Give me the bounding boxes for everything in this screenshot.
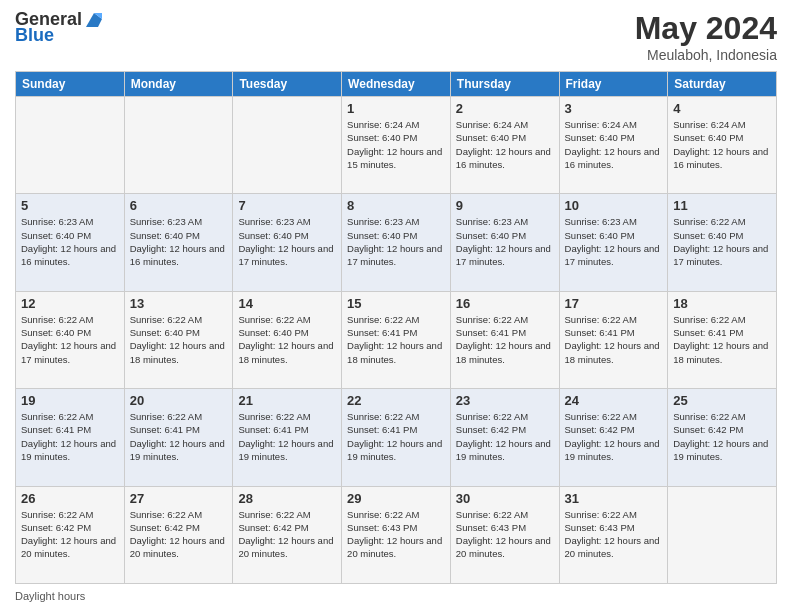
day-info: Sunrise: 6:22 AM Sunset: 6:42 PM Dayligh… [565,410,663,463]
calendar-cell: 12Sunrise: 6:22 AM Sunset: 6:40 PM Dayli… [16,291,125,388]
day-number: 28 [238,491,336,506]
day-number: 12 [21,296,119,311]
calendar-cell: 23Sunrise: 6:22 AM Sunset: 6:42 PM Dayli… [450,389,559,486]
calendar-day-header: Sunday [16,72,125,97]
calendar-week-row: 19Sunrise: 6:22 AM Sunset: 6:41 PM Dayli… [16,389,777,486]
calendar-cell: 29Sunrise: 6:22 AM Sunset: 6:43 PM Dayli… [342,486,451,583]
day-number: 23 [456,393,554,408]
calendar-cell: 27Sunrise: 6:22 AM Sunset: 6:42 PM Dayli… [124,486,233,583]
day-number: 31 [565,491,663,506]
calendar-cell [16,97,125,194]
calendar-cell: 5Sunrise: 6:23 AM Sunset: 6:40 PM Daylig… [16,194,125,291]
calendar-cell: 15Sunrise: 6:22 AM Sunset: 6:41 PM Dayli… [342,291,451,388]
day-info: Sunrise: 6:22 AM Sunset: 6:41 PM Dayligh… [347,313,445,366]
day-number: 18 [673,296,771,311]
calendar-table: SundayMondayTuesdayWednesdayThursdayFrid… [15,71,777,584]
page: General Blue May 2024 Meulaboh, Indonesi… [0,0,792,612]
daylight-label: Daylight hours [15,590,85,602]
calendar-cell [124,97,233,194]
calendar-cell: 4Sunrise: 6:24 AM Sunset: 6:40 PM Daylig… [668,97,777,194]
title-area: May 2024 Meulaboh, Indonesia [635,10,777,63]
header: General Blue May 2024 Meulaboh, Indonesi… [15,10,777,63]
day-number: 13 [130,296,228,311]
logo-icon [84,9,104,29]
calendar-cell: 6Sunrise: 6:23 AM Sunset: 6:40 PM Daylig… [124,194,233,291]
day-info: Sunrise: 6:22 AM Sunset: 6:40 PM Dayligh… [130,313,228,366]
calendar-cell: 22Sunrise: 6:22 AM Sunset: 6:41 PM Dayli… [342,389,451,486]
day-info: Sunrise: 6:22 AM Sunset: 6:41 PM Dayligh… [565,313,663,366]
day-number: 29 [347,491,445,506]
day-number: 20 [130,393,228,408]
calendar-cell: 24Sunrise: 6:22 AM Sunset: 6:42 PM Dayli… [559,389,668,486]
day-info: Sunrise: 6:22 AM Sunset: 6:41 PM Dayligh… [21,410,119,463]
day-number: 27 [130,491,228,506]
calendar-cell: 8Sunrise: 6:23 AM Sunset: 6:40 PM Daylig… [342,194,451,291]
calendar-day-header: Thursday [450,72,559,97]
day-info: Sunrise: 6:22 AM Sunset: 6:42 PM Dayligh… [456,410,554,463]
calendar-day-header: Saturday [668,72,777,97]
day-info: Sunrise: 6:22 AM Sunset: 6:41 PM Dayligh… [456,313,554,366]
day-info: Sunrise: 6:24 AM Sunset: 6:40 PM Dayligh… [673,118,771,171]
calendar-cell: 9Sunrise: 6:23 AM Sunset: 6:40 PM Daylig… [450,194,559,291]
day-info: Sunrise: 6:22 AM Sunset: 6:41 PM Dayligh… [238,410,336,463]
day-number: 16 [456,296,554,311]
calendar-header-row: SundayMondayTuesdayWednesdayThursdayFrid… [16,72,777,97]
calendar-cell: 1Sunrise: 6:24 AM Sunset: 6:40 PM Daylig… [342,97,451,194]
day-info: Sunrise: 6:22 AM Sunset: 6:40 PM Dayligh… [673,215,771,268]
day-number: 24 [565,393,663,408]
day-info: Sunrise: 6:23 AM Sunset: 6:40 PM Dayligh… [347,215,445,268]
day-number: 6 [130,198,228,213]
day-info: Sunrise: 6:23 AM Sunset: 6:40 PM Dayligh… [130,215,228,268]
day-number: 7 [238,198,336,213]
day-info: Sunrise: 6:22 AM Sunset: 6:43 PM Dayligh… [565,508,663,561]
day-number: 3 [565,101,663,116]
calendar-cell: 14Sunrise: 6:22 AM Sunset: 6:40 PM Dayli… [233,291,342,388]
day-info: Sunrise: 6:23 AM Sunset: 6:40 PM Dayligh… [565,215,663,268]
day-number: 19 [21,393,119,408]
day-number: 11 [673,198,771,213]
main-title: May 2024 [635,10,777,47]
day-number: 4 [673,101,771,116]
day-info: Sunrise: 6:23 AM Sunset: 6:40 PM Dayligh… [238,215,336,268]
calendar-cell: 30Sunrise: 6:22 AM Sunset: 6:43 PM Dayli… [450,486,559,583]
day-info: Sunrise: 6:22 AM Sunset: 6:42 PM Dayligh… [21,508,119,561]
day-info: Sunrise: 6:22 AM Sunset: 6:40 PM Dayligh… [21,313,119,366]
calendar-cell: 10Sunrise: 6:23 AM Sunset: 6:40 PM Dayli… [559,194,668,291]
day-number: 22 [347,393,445,408]
calendar-week-row: 5Sunrise: 6:23 AM Sunset: 6:40 PM Daylig… [16,194,777,291]
day-info: Sunrise: 6:22 AM Sunset: 6:40 PM Dayligh… [238,313,336,366]
day-number: 8 [347,198,445,213]
day-number: 9 [456,198,554,213]
calendar-cell: 7Sunrise: 6:23 AM Sunset: 6:40 PM Daylig… [233,194,342,291]
calendar-cell: 18Sunrise: 6:22 AM Sunset: 6:41 PM Dayli… [668,291,777,388]
calendar-day-header: Monday [124,72,233,97]
day-number: 10 [565,198,663,213]
subtitle: Meulaboh, Indonesia [635,47,777,63]
day-info: Sunrise: 6:22 AM Sunset: 6:42 PM Dayligh… [673,410,771,463]
day-number: 5 [21,198,119,213]
calendar-cell: 31Sunrise: 6:22 AM Sunset: 6:43 PM Dayli… [559,486,668,583]
footer-note: Daylight hours [15,590,777,602]
day-number: 21 [238,393,336,408]
day-info: Sunrise: 6:22 AM Sunset: 6:41 PM Dayligh… [673,313,771,366]
day-number: 2 [456,101,554,116]
calendar-cell: 11Sunrise: 6:22 AM Sunset: 6:40 PM Dayli… [668,194,777,291]
calendar-cell: 25Sunrise: 6:22 AM Sunset: 6:42 PM Dayli… [668,389,777,486]
calendar-cell [233,97,342,194]
calendar-cell: 21Sunrise: 6:22 AM Sunset: 6:41 PM Dayli… [233,389,342,486]
calendar-week-row: 1Sunrise: 6:24 AM Sunset: 6:40 PM Daylig… [16,97,777,194]
day-info: Sunrise: 6:23 AM Sunset: 6:40 PM Dayligh… [456,215,554,268]
day-number: 14 [238,296,336,311]
calendar-day-header: Wednesday [342,72,451,97]
calendar-cell: 19Sunrise: 6:22 AM Sunset: 6:41 PM Dayli… [16,389,125,486]
calendar-cell [668,486,777,583]
calendar-cell: 17Sunrise: 6:22 AM Sunset: 6:41 PM Dayli… [559,291,668,388]
day-info: Sunrise: 6:22 AM Sunset: 6:43 PM Dayligh… [347,508,445,561]
day-info: Sunrise: 6:22 AM Sunset: 6:42 PM Dayligh… [130,508,228,561]
day-number: 17 [565,296,663,311]
day-number: 30 [456,491,554,506]
calendar-cell: 26Sunrise: 6:22 AM Sunset: 6:42 PM Dayli… [16,486,125,583]
day-number: 25 [673,393,771,408]
day-info: Sunrise: 6:24 AM Sunset: 6:40 PM Dayligh… [565,118,663,171]
logo: General Blue [15,10,104,46]
